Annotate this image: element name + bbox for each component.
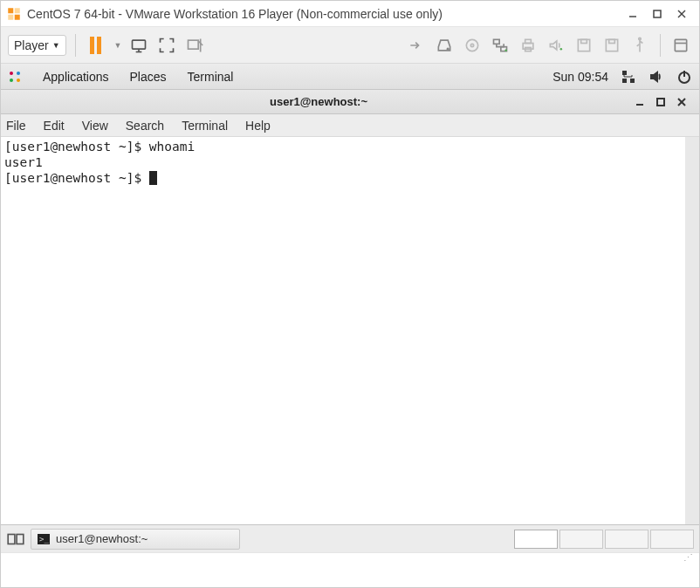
resize-grip-icon[interactable]: ⋰ — [683, 553, 696, 562]
svg-rect-8 — [132, 40, 145, 49]
activities-icon[interactable] — [8, 70, 22, 84]
terminal-line: [user1@newhost ~]$ whoami — [4, 140, 195, 154]
svg-rect-0 — [8, 8, 13, 13]
chevron-down-icon[interactable]: ▼ — [114, 41, 122, 50]
svg-rect-36 — [630, 79, 635, 83]
svg-point-19 — [504, 49, 507, 51]
terminal-minimize-button[interactable] — [629, 93, 650, 111]
menu-view[interactable]: View — [82, 119, 108, 133]
toolbar-separator — [660, 34, 661, 57]
svg-rect-25 — [581, 39, 587, 43]
svg-rect-35 — [622, 71, 627, 75]
svg-rect-45 — [17, 534, 24, 544]
sound-icon[interactable] — [545, 34, 567, 57]
svg-rect-26 — [606, 39, 617, 51]
send-ctrl-alt-del-button[interactable] — [127, 34, 150, 57]
workspace-3[interactable] — [605, 530, 649, 549]
svg-rect-37 — [622, 79, 627, 83]
install-tools-icon[interactable] — [405, 34, 428, 57]
gnome-top-bar: Applications Places Terminal Sun 09:54 — [1, 64, 699, 90]
svg-point-23 — [560, 47, 563, 50]
workspace-2[interactable] — [559, 530, 603, 549]
vmware-app-icon — [6, 6, 22, 22]
svg-text:>_: >_ — [39, 535, 49, 544]
floppy2-icon[interactable] — [600, 34, 623, 57]
menu-search[interactable]: Search — [126, 119, 164, 133]
applications-menu[interactable]: Applications — [43, 70, 109, 84]
terminal-app-menu[interactable]: Terminal — [188, 70, 234, 84]
close-button[interactable] — [669, 3, 694, 24]
printer-icon[interactable] — [517, 34, 539, 57]
terminal-titlebar: user1@newhost:~ — [1, 90, 699, 114]
toolbar-separator — [75, 34, 76, 57]
pause-icon — [90, 37, 101, 54]
svg-rect-17 — [494, 39, 500, 44]
taskbar-item-terminal[interactable]: >_ user1@newhost:~ — [31, 529, 240, 550]
svg-rect-29 — [675, 39, 686, 51]
floppy1-icon[interactable] — [573, 34, 595, 57]
svg-point-33 — [10, 79, 13, 82]
svg-rect-27 — [609, 39, 615, 43]
volume-icon[interactable] — [649, 69, 664, 85]
usb-icon[interactable] — [628, 34, 651, 57]
clock[interactable]: Sun 09:54 — [552, 70, 608, 84]
svg-rect-41 — [657, 99, 664, 106]
minimize-button[interactable] — [621, 3, 645, 24]
svg-point-15 — [466, 39, 477, 51]
player-menu-label: Player — [14, 38, 49, 52]
svg-point-14 — [447, 48, 449, 50]
vmware-titlebar: CentOS 7 64-bit - VMware Workstation 16 … — [1, 1, 699, 27]
cddvd-icon[interactable] — [461, 34, 484, 57]
places-menu[interactable]: Places — [130, 70, 167, 84]
gnome-taskbar: >_ user1@newhost:~ — [1, 524, 699, 552]
menu-edit[interactable]: Edit — [44, 119, 65, 133]
menu-file[interactable]: File — [6, 119, 26, 133]
show-desktop-button[interactable] — [6, 530, 25, 549]
svg-rect-2 — [8, 14, 13, 19]
fullscreen-button[interactable] — [155, 34, 178, 57]
terminal-menubar: File Edit View Search Terminal Help — [1, 114, 699, 137]
network-icon[interactable] — [621, 69, 636, 85]
svg-point-31 — [10, 72, 13, 75]
menu-help[interactable]: Help — [245, 119, 271, 133]
terminal-output[interactable]: [user1@newhost ~]$ whoami user1 [user1@n… — [1, 137, 699, 524]
unity-mode-button[interactable] — [183, 34, 206, 57]
svg-rect-3 — [15, 14, 20, 19]
terminal-cursor — [149, 171, 157, 185]
svg-rect-11 — [188, 40, 198, 49]
svg-point-16 — [470, 44, 473, 46]
workspace-1[interactable] — [514, 530, 558, 549]
svg-rect-5 — [654, 10, 661, 17]
power-icon[interactable] — [676, 69, 692, 85]
terminal-line: user1 — [4, 155, 43, 169]
svg-rect-21 — [525, 39, 532, 43]
terminal-line: [user1@newhost ~]$ — [4, 171, 149, 185]
terminal-close-button[interactable] — [671, 93, 692, 111]
svg-point-32 — [17, 72, 20, 75]
taskbar-item-label: user1@newhost:~ — [56, 532, 148, 545]
svg-rect-44 — [8, 534, 15, 544]
workspace-switcher — [514, 530, 694, 549]
pause-vm-button[interactable] — [85, 34, 107, 57]
window-resize-area: ⋰ — [1, 552, 699, 563]
scrollbar-thumb[interactable] — [687, 139, 697, 191]
network-adapter-icon[interactable] — [489, 34, 511, 57]
vmware-window-title: CentOS 7 64-bit - VMware Workstation 16 … — [27, 7, 621, 21]
player-menu-button[interactable]: Player ▼ — [8, 35, 66, 56]
svg-rect-24 — [578, 39, 589, 51]
workspace-4[interactable] — [650, 530, 694, 549]
preferences-icon[interactable] — [669, 34, 692, 57]
terminal-maximize-button[interactable] — [650, 93, 671, 111]
maximize-button[interactable] — [645, 3, 669, 24]
svg-rect-1 — [15, 8, 20, 13]
menu-terminal[interactable]: Terminal — [182, 119, 228, 133]
svg-point-34 — [17, 79, 20, 82]
vmware-toolbar: Player ▼ ▼ — [1, 27, 699, 64]
chevron-down-icon: ▼ — [52, 41, 60, 50]
harddisk-icon[interactable] — [433, 34, 456, 57]
terminal-window-title: user1@newhost:~ — [8, 95, 629, 108]
